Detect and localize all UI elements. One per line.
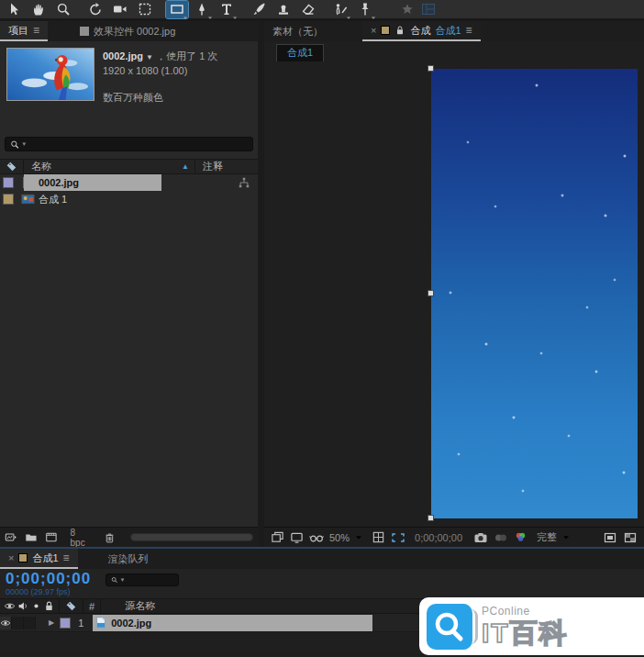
tab-composition-viewer[interactable]: × 合成 合成1 ≡: [362, 21, 481, 41]
expand-arrow-icon[interactable]: ▶: [49, 618, 54, 627]
bit-depth-label[interactable]: 8 bpc: [71, 528, 92, 548]
project-row-footage[interactable]: 0002.jpg: [0, 174, 258, 191]
timecode-block[interactable]: 0;00;00;00 00000 (29.97 fps): [6, 571, 91, 596]
pen-tool-button[interactable]: [191, 1, 213, 18]
layer-lock-toggle[interactable]: [24, 617, 36, 629]
footage-title-line[interactable]: 0002.jpg ▼ ，使用了 1 次: [103, 50, 217, 64]
composition-viewer-panel: 素材（无） × 合成 合成1 ≡ 合成1 50%: [264, 21, 644, 547]
layer-video-toggle[interactable]: [0, 617, 12, 629]
layer-handle-bottom-left[interactable]: [427, 515, 434, 521]
search-caret-icon[interactable]: ▼: [120, 577, 126, 583]
tab-effect-controls[interactable]: 效果控件 0002.jpg: [72, 21, 183, 41]
panel-menu-icon[interactable]: ≡: [466, 24, 472, 37]
always-preview-icon[interactable]: [271, 530, 284, 544]
pconline-watermark: PConline IT百科: [419, 597, 644, 655]
timeline-search-input[interactable]: [128, 575, 174, 585]
video-column-icon[interactable]: [4, 600, 16, 612]
project-row-composition[interactable]: 合成 1: [0, 191, 258, 207]
project-search-input[interactable]: [28, 139, 248, 150]
project-search-box[interactable]: ▼: [5, 137, 253, 151]
zoom-tool-button[interactable]: [52, 1, 74, 18]
footage-thumbnail[interactable]: [6, 48, 94, 101]
horizontal-scrollbar[interactable]: [130, 533, 253, 541]
layer-source-name: 0002.jpg: [111, 618, 151, 629]
type-tool-button[interactable]: [216, 1, 238, 18]
index-column-header[interactable]: #: [83, 599, 101, 613]
sort-ascending-icon[interactable]: ▲: [182, 162, 189, 171]
label-column-header[interactable]: [60, 599, 83, 613]
mask-visibility-icon[interactable]: [309, 530, 324, 545]
comp-mini-tab[interactable]: 合成1: [276, 44, 324, 62]
brush-tool-button[interactable]: [248, 1, 270, 18]
region-of-interest-icon[interactable]: [391, 530, 405, 545]
selection-tool-button[interactable]: [3, 1, 25, 18]
search-caret-icon[interactable]: ▼: [21, 141, 27, 147]
channel-colors-icon[interactable]: [514, 530, 527, 544]
layer-index: 1: [78, 618, 93, 629]
layer-handle-mid-left[interactable]: [427, 290, 434, 296]
star-icon[interactable]: [401, 3, 414, 16]
tab-render-queue[interactable]: 渲染队列: [100, 549, 157, 569]
timeline-search-box[interactable]: ▼: [105, 573, 179, 586]
sitemap-icon: [238, 176, 250, 189]
interpret-footage-icon[interactable]: [5, 530, 17, 544]
tab-footage-viewer[interactable]: 素材（无）: [264, 21, 331, 41]
comp-color-swatch: [381, 26, 390, 35]
pan-behind-tool-icon: [140, 5, 150, 15]
composition-view[interactable]: [264, 61, 644, 527]
roto-brush-tool-button[interactable]: [329, 1, 351, 18]
target-region-icon[interactable]: [603, 530, 617, 545]
audio-column-icon[interactable]: [17, 600, 29, 612]
lock-icon[interactable]: [394, 25, 405, 36]
tab-project[interactable]: 项目 ≡: [0, 21, 48, 41]
trash-icon[interactable]: [104, 531, 116, 544]
brush-tool-icon: [254, 4, 265, 16]
close-icon[interactable]: ×: [8, 552, 14, 563]
layer-handle-top-left[interactable]: [427, 65, 434, 72]
name-column-header[interactable]: 名称 ▲: [24, 160, 195, 173]
lock-column-icon[interactable]: [43, 600, 55, 612]
layer-color-swatch[interactable]: [60, 618, 71, 629]
stamp-tool-icon: [279, 6, 288, 15]
show-snapshot-icon[interactable]: [494, 530, 508, 545]
hand-tool-button[interactable]: [28, 1, 50, 18]
eraser-tool-button[interactable]: [297, 1, 319, 18]
label-color-swatch[interactable]: [3, 194, 14, 205]
chevron-down-icon[interactable]: [355, 535, 362, 540]
puppet-pin-tool-button[interactable]: [354, 1, 376, 18]
monitor-icon[interactable]: [290, 530, 304, 544]
pan-behind-tool-button[interactable]: [134, 1, 156, 18]
rotate-tool-button[interactable]: [84, 1, 106, 18]
layer-audio-toggle[interactable]: [12, 617, 24, 629]
hand-tool-icon: [34, 5, 43, 16]
panel-menu-icon[interactable]: ≡: [63, 551, 70, 564]
grid-options-icon[interactable]: [372, 530, 385, 544]
new-folder-icon[interactable]: [25, 530, 38, 544]
chevron-down-icon[interactable]: [562, 535, 570, 540]
caret-down-icon[interactable]: ▼: [146, 53, 153, 61]
comp-layer-image[interactable]: [431, 69, 638, 518]
panel-menu-icon[interactable]: ≡: [33, 24, 39, 37]
layer-name-cell[interactable]: 0002.jpg: [93, 615, 372, 631]
shape-tool-button[interactable]: [166, 1, 188, 18]
transparency-grid-icon[interactable]: [623, 530, 638, 545]
solo-column-icon[interactable]: [31, 601, 41, 611]
workspace-icon[interactable]: [421, 2, 436, 17]
camera-tool-button[interactable]: [109, 1, 131, 18]
watermark-brand: PConline: [482, 606, 569, 617]
tab-timeline-comp[interactable]: × 合成1 ≡: [0, 549, 78, 569]
viewer-timecode[interactable]: 0;00;00;00: [415, 532, 462, 543]
stamp-tool-button[interactable]: [272, 1, 294, 18]
label-column-header[interactable]: [0, 160, 24, 173]
current-timecode[interactable]: 0;00;00;00: [6, 571, 91, 587]
label-color-swatch[interactable]: [3, 177, 14, 188]
zoom-level-value[interactable]: 50%: [329, 532, 350, 543]
new-composition-icon[interactable]: [45, 530, 58, 544]
close-icon[interactable]: ×: [371, 25, 376, 36]
resolution-value[interactable]: 完整: [537, 530, 557, 544]
comment-column-header[interactable]: 注释: [195, 160, 258, 173]
name-column-label: 名称: [31, 160, 51, 173]
footage-dimensions: 1920 x 1080 (1.00): [103, 64, 217, 78]
project-item-name: 0002.jpg: [39, 177, 79, 188]
snapshot-camera-icon[interactable]: [473, 530, 488, 545]
